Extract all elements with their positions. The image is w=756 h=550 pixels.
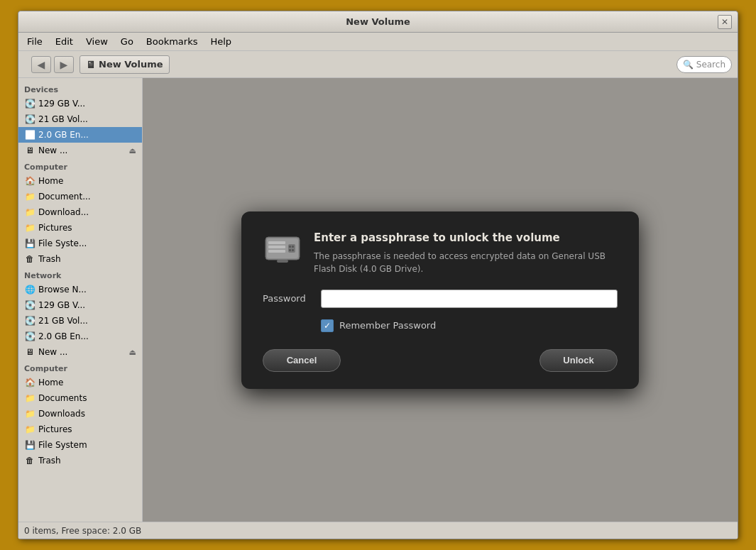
dialog-buttons: Cancel Unlock (263, 349, 618, 372)
computer-icon: 🖥 (24, 145, 35, 156)
menu-view[interactable]: View (80, 35, 114, 48)
sidebar-item-pictures[interactable]: 📁 Pictures (18, 220, 142, 236)
computer-label: Computer (18, 158, 142, 173)
svg-rect-4 (268, 250, 285, 253)
sidebar-item-net-2gb[interactable]: 💽 2.0 GB En... (18, 329, 142, 344)
forward-icon: ▶ (60, 59, 68, 70)
sidebar-item-129gb[interactable]: 💽 129 GB V... (18, 96, 142, 111)
password-input[interactable] (321, 290, 618, 308)
eject-icon[interactable]: ⏏ (129, 348, 136, 357)
cancel-button[interactable]: Cancel (263, 349, 341, 372)
folder-icon: 📁 (24, 191, 35, 202)
sidebar-item-net-21gb[interactable]: 💽 21 GB Vol... (18, 313, 142, 329)
back-button[interactable]: ◀ (31, 56, 51, 73)
sidebar-item-21gb[interactable]: 💽 21 GB Vol... (18, 111, 142, 127)
sidebar-item-documents2[interactable]: 📁 Documents (18, 390, 142, 406)
dialog-header: Enter a passphrase to unlock the volume … (263, 231, 618, 275)
sidebar-item-trash[interactable]: 🗑 Trash (18, 251, 142, 267)
menu-go[interactable]: Go (115, 35, 139, 48)
svg-rect-10 (277, 260, 288, 263)
sidebar-item-2gb-encrypted[interactable]: 💽 2.0 GB En... (18, 127, 142, 143)
svg-rect-7 (292, 246, 294, 248)
search-box[interactable]: 🔍 Search (676, 56, 732, 73)
hard-drive-icon (263, 231, 302, 265)
sidebar-item-label: Pictures (38, 424, 72, 434)
sidebar-item-label: Home (38, 176, 63, 186)
location-text: New Volume (99, 59, 163, 70)
file-area: Enter a passphrase to unlock the volume … (143, 78, 738, 522)
sidebar-item-net-new[interactable]: 🖥 New ... ⏏ (18, 344, 142, 360)
sidebar-item-label: Trash (38, 456, 61, 466)
password-label: Password (263, 293, 312, 304)
trash-icon: 🗑 (24, 455, 35, 466)
location-bar[interactable]: 🖥 New Volume (80, 55, 170, 74)
drive-icon: 💽 (24, 129, 35, 141)
titlebar: New Volume ✕ (18, 11, 738, 33)
sidebar-item-home[interactable]: 🏠 Home (18, 173, 142, 189)
forward-button[interactable]: ▶ (54, 56, 74, 73)
sidebar-item-browse-network[interactable]: 🌐 Browse N... (18, 282, 142, 297)
sidebar-item-label: 129 GB V... (38, 99, 85, 109)
sidebar-item-label: New ... (38, 347, 67, 357)
sidebar: Devices 💽 129 GB V... 💽 21 GB Vol... 💽 2… (18, 78, 143, 522)
sidebar-item-label: Browse N... (38, 285, 87, 295)
menu-help[interactable]: Help (204, 35, 237, 48)
sidebar-item-downloads2[interactable]: 📁 Downloads (18, 406, 142, 422)
folder-icon: 📁 (24, 408, 35, 419)
status-text: 0 items, Free space: 2.0 GB (24, 526, 141, 536)
sidebar-item-documents[interactable]: 📁 Document... (18, 189, 142, 204)
search-icon: 🔍 (683, 60, 694, 70)
menu-file[interactable]: File (21, 35, 48, 48)
dialog-description: The passphrase is needed to access encry… (314, 250, 618, 275)
eject-icon[interactable]: ⏏ (129, 146, 136, 155)
menu-bookmarks[interactable]: Bookmarks (141, 35, 204, 48)
drive-icon: 💾 (24, 238, 35, 249)
window-title: New Volume (346, 16, 410, 27)
folder-icon: 📁 (24, 207, 35, 218)
devices-label: Devices (18, 81, 142, 96)
remember-password-checkbox[interactable]: ✓ (321, 319, 334, 332)
home-icon: 🏠 (24, 175, 35, 187)
sidebar-item-label: 21 GB Vol... (38, 316, 88, 326)
remember-password-label: Remember Password (339, 320, 436, 331)
sidebar-item-pictures2[interactable]: 📁 Pictures (18, 422, 142, 437)
remember-password-row: ✓ Remember Password (321, 319, 618, 332)
sidebar-item-label: File System (38, 440, 87, 450)
svg-rect-3 (268, 246, 285, 248)
sidebar-item-label: Downloads (38, 409, 85, 419)
svg-rect-2 (268, 241, 285, 244)
sidebar-item-label: File Syste... (38, 238, 87, 248)
sidebar-item-label: Home (38, 378, 63, 387)
sidebar-item-filesystem2[interactable]: 💾 File System (18, 437, 142, 453)
sidebar-item-label: 21 GB Vol... (38, 114, 88, 124)
drive-icon: 💽 (24, 114, 35, 125)
sidebar-item-new[interactable]: 🖥 New ... ⏏ (18, 143, 142, 158)
sidebar-item-home2[interactable]: 🏠 Home (18, 375, 142, 390)
close-button[interactable]: ✕ (718, 15, 732, 29)
folder-icon: 📁 (24, 424, 35, 435)
sidebar-item-net-129gb[interactable]: 💽 129 GB V... (18, 297, 142, 313)
dialog-text: Enter a passphrase to unlock the volume … (314, 231, 618, 275)
sidebar-item-label: Documents (38, 393, 87, 403)
unlock-button[interactable]: Unlock (539, 349, 618, 372)
drive-icon: 💾 (24, 439, 35, 451)
sidebar-item-label: Download... (38, 207, 89, 217)
sidebar-item-label: 2.0 GB En... (38, 331, 89, 341)
sidebar-item-filesystem[interactable]: 💾 File Syste... (18, 236, 142, 251)
network-label: Network (18, 267, 142, 282)
menubar: File Edit View Go Bookmarks Help (18, 33, 738, 51)
trash-icon: 🗑 (24, 253, 35, 265)
sidebar-item-downloads[interactable]: 📁 Download... (18, 204, 142, 220)
drive-icon: 💽 (24, 98, 35, 109)
statusbar: 0 items, Free space: 2.0 GB (18, 522, 738, 539)
sidebar-item-label: Document... (38, 192, 91, 202)
unlock-dialog: Enter a passphrase to unlock the volume … (241, 211, 639, 389)
home-icon: 🏠 (24, 377, 35, 388)
svg-rect-9 (292, 249, 294, 251)
computer2-label: Computer (18, 360, 142, 375)
network-icon: 🌐 (24, 284, 35, 295)
sidebar-item-trash2[interactable]: 🗑 Trash (18, 453, 142, 468)
dialog-title: Enter a passphrase to unlock the volume (314, 231, 618, 244)
menu-edit[interactable]: Edit (50, 35, 79, 48)
sidebar-item-label: Trash (38, 254, 61, 264)
